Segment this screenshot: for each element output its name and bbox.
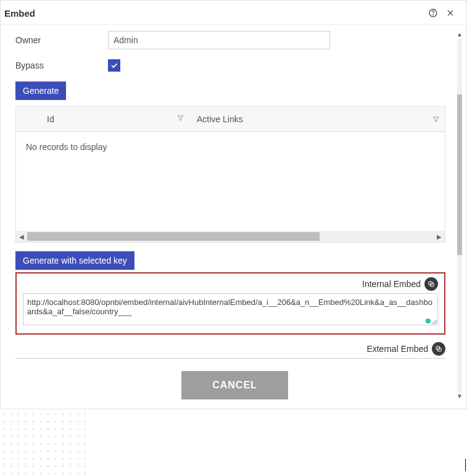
column-header-id[interactable]: Id <box>16 107 170 132</box>
hscroll-right-arrow[interactable]: ▶ <box>434 233 445 240</box>
filter-icon[interactable] <box>176 114 184 124</box>
owner-row: Owner <box>15 31 454 49</box>
bypass-row: Bypass <box>15 59 454 72</box>
hscroll-track[interactable] <box>27 232 434 241</box>
table-header: Id Active Links <box>16 107 445 132</box>
owner-label: Owner <box>15 35 108 45</box>
dialog-title: Embed <box>4 8 424 19</box>
hscroll-left-arrow[interactable]: ◀ <box>16 233 27 240</box>
internal-embed-box: Internal Embed <box>15 272 445 335</box>
scroll-thumb[interactable] <box>457 94 462 255</box>
links-table: Id Active Links No records to display ◀ <box>15 106 445 243</box>
external-embed-label-row: External Embed <box>15 342 445 356</box>
horizontal-scrollbar[interactable]: ◀ ▶ <box>16 231 445 242</box>
embed-dialog: Embed ▲ ▼ Owner Bypass Generate <box>0 0 467 409</box>
table-body: No records to display <box>16 132 445 231</box>
internal-embed-url[interactable] <box>23 293 438 325</box>
embed-section: Generate with selected key Internal Embe… <box>15 251 445 335</box>
column-active-links-label: Active Links <box>197 114 243 124</box>
external-embed-row: External Embed <box>15 342 445 359</box>
external-embed-label: External Embed <box>366 344 428 354</box>
dialog-footer: CANCEL <box>15 371 454 399</box>
copy-icon <box>428 280 435 288</box>
owner-input[interactable] <box>108 31 330 49</box>
column-header-active-links[interactable]: Active Links <box>170 107 426 132</box>
empty-message: No records to display <box>26 142 107 152</box>
scroll-track[interactable] <box>457 39 462 391</box>
copy-icon <box>435 345 442 353</box>
bypass-label: Bypass <box>15 61 108 70</box>
column-id-label: Id <box>47 114 54 124</box>
text-cursor <box>465 459 466 471</box>
filter-icon-right[interactable] <box>426 107 445 132</box>
copy-external-button[interactable] <box>432 342 445 356</box>
copy-internal-button[interactable] <box>424 277 438 291</box>
scroll-down-arrow[interactable]: ▼ <box>457 393 463 399</box>
internal-embed-label-row: Internal Embed <box>23 277 438 291</box>
bypass-checkbox[interactable] <box>108 59 120 72</box>
internal-embed-label: Internal Embed <box>362 279 421 289</box>
close-icon[interactable] <box>442 4 459 22</box>
cancel-button[interactable]: CANCEL <box>181 371 288 399</box>
dialog-header: Embed <box>1 1 466 25</box>
svg-point-1 <box>433 15 434 15</box>
dialog-body: ▲ ▼ Owner Bypass Generate Id <box>1 25 466 409</box>
vertical-scrollbar[interactable]: ▲ ▼ <box>457 31 463 399</box>
generate-button[interactable]: Generate <box>15 81 66 100</box>
status-indicator <box>426 319 431 324</box>
scroll-up-arrow[interactable]: ▲ <box>457 31 463 38</box>
help-icon[interactable] <box>424 4 442 22</box>
hscroll-thumb[interactable] <box>27 232 320 241</box>
generate-with-key-button[interactable]: Generate with selected key <box>15 251 134 270</box>
external-input-line[interactable] <box>15 358 445 359</box>
